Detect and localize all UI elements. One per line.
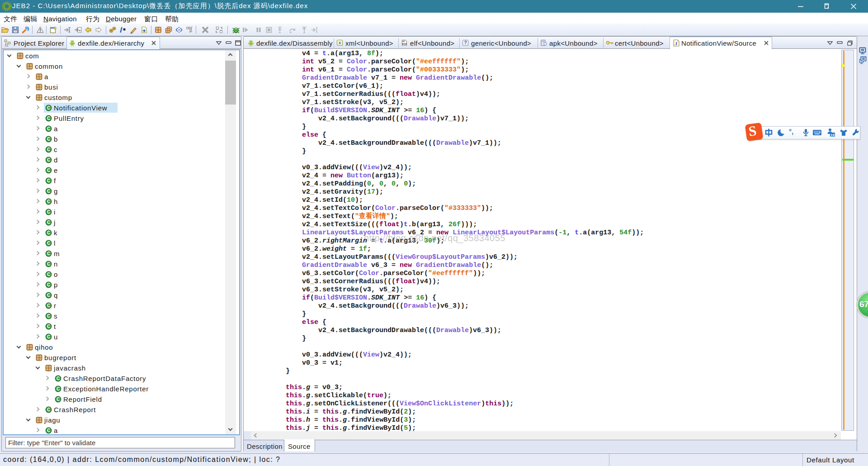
svg-text:C: C [47,178,50,183]
svg-text:X: X [338,41,341,45]
svg-text:C: C [47,189,50,194]
svg-text:?: ? [464,40,467,45]
svg-text:C: C [47,147,50,152]
svg-text:C: C [47,209,50,214]
svg-text:C: C [47,220,50,225]
svg-text:C: C [47,334,50,339]
svg-text:C: C [47,168,50,173]
svg-text:C: C [47,116,50,121]
svg-text:C: C [47,293,50,298]
svg-text:C: C [47,282,50,287]
svg-text:C: C [57,397,60,402]
svg-text:C: C [47,126,50,131]
svg-text:C: C [47,314,50,319]
svg-text:J: J [675,41,678,46]
svg-text:C: C [47,137,50,142]
svg-text:C: C [47,324,50,329]
svg-text:C: C [47,199,50,204]
svg-text:C: C [47,262,50,266]
svg-text:19: 19 [830,133,835,137]
svg-text:C: C [57,386,60,391]
svg-text:C: C [47,241,50,246]
svg-text:C: C [47,303,50,308]
svg-text:C: C [47,251,50,256]
svg-text:C: C [57,376,60,381]
svg-text:C: C [47,428,50,433]
svg-text:010: 010 [402,43,407,46]
svg-text:C: C [47,230,50,235]
svg-text:C: C [47,407,50,412]
svg-text:C: C [47,272,50,277]
svg-text:C: C [47,157,50,162]
svg-text:C: C [47,105,50,110]
